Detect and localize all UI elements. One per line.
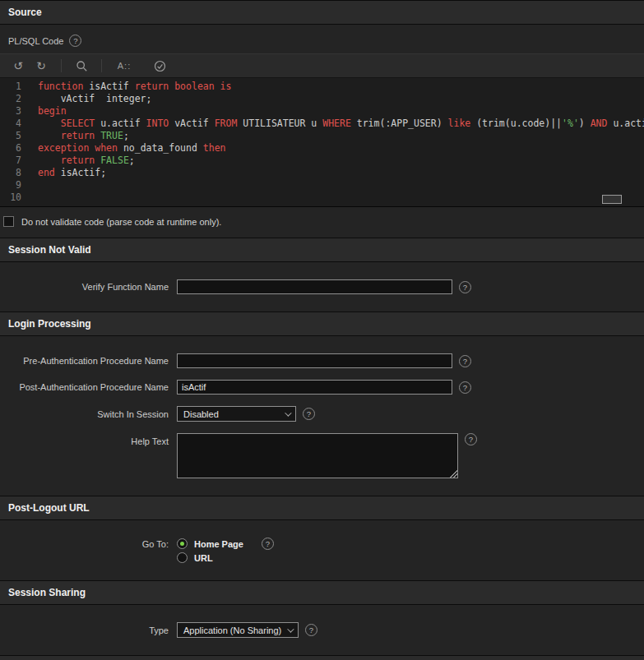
session-not-valid-body: Verify Function Name ?	[0, 262, 644, 312]
url-radio[interactable]	[177, 552, 188, 563]
help-icon[interactable]: ?	[459, 355, 471, 367]
toolbar-separator	[61, 59, 62, 72]
go-to-label: Go To:	[0, 538, 169, 549]
chevron-down-icon	[287, 625, 294, 632]
search-icon	[76, 60, 88, 72]
type-label: Type	[0, 625, 169, 635]
pre-auth-row: Pre-Authentication Procedure Name ?	[0, 353, 644, 368]
pre-auth-input[interactable]	[177, 353, 452, 368]
switch-in-session-select[interactable]: Disabled	[177, 406, 296, 422]
go-to-option-url[interactable]: URL	[177, 552, 274, 563]
plsql-code-label: PL/SQL Code	[8, 36, 63, 46]
section-header-comments: Comments	[0, 655, 644, 660]
code-line	[38, 179, 644, 192]
url-radio-label: URL	[194, 553, 213, 563]
verify-function-name-label: Verify Function Name	[0, 282, 169, 292]
session-sharing-type-value: Application (No Sharing)	[183, 625, 281, 635]
help-icon[interactable]: ?	[305, 624, 317, 636]
post-auth-row: Post-Authentication Procedure Name ?	[0, 380, 644, 395]
switch-in-session-value: Disabled	[183, 409, 219, 419]
line-number: 6	[0, 142, 21, 155]
line-number: 3	[0, 105, 21, 118]
section-title-login-processing: Login Processing	[8, 318, 91, 330]
code-line: function isActif return boolean is	[38, 81, 644, 93]
home-page-radio-label: Home Page	[194, 539, 243, 549]
undo-button[interactable]: ↺	[7, 56, 30, 76]
code-editor-toolbar: ↺ ↻ A::	[0, 53, 644, 78]
line-number: 5	[0, 130, 21, 142]
source-section-body: PL/SQL Code ? ↺ ↻ A::	[0, 25, 644, 238]
session-sharing-type-select[interactable]: Application (No Sharing)	[177, 622, 299, 638]
code-line	[38, 192, 644, 204]
editor-code[interactable]: function isActif return boolean is vActi…	[30, 78, 644, 206]
help-icon[interactable]: ?	[465, 433, 477, 445]
help-text-textarea[interactable]	[177, 433, 458, 478]
help-icon[interactable]: ?	[262, 538, 274, 550]
section-header-post-logout-url: Post-Logout URL	[0, 496, 644, 520]
help-icon[interactable]: ?	[459, 381, 471, 394]
section-header-session-not-valid: Session Not Valid	[0, 238, 644, 262]
post-auth-label: Post-Authentication Procedure Name	[0, 382, 169, 392]
code-line: return TRUE;	[38, 130, 644, 142]
help-text-row: Help Text ?	[0, 433, 644, 478]
code-line: vActif integer;	[38, 93, 644, 105]
undo-icon: ↺	[13, 59, 23, 72]
toolbar-separator	[101, 59, 102, 72]
section-title-session-sharing: Session Sharing	[8, 587, 86, 598]
pre-auth-label: Pre-Authentication Procedure Name	[0, 356, 169, 366]
redo-icon: ↻	[36, 59, 46, 72]
code-line: end isActif;	[38, 167, 644, 179]
chevron-down-icon	[285, 409, 291, 416]
section-header-session-sharing: Session Sharing	[0, 580, 644, 605]
go-to-radio-group: Home Page ? URL	[177, 538, 274, 563]
home-page-radio[interactable]	[177, 538, 188, 549]
session-sharing-body: Type Application (No Sharing) ?	[0, 605, 644, 655]
line-number: 10	[0, 192, 21, 204]
switch-in-session-row: Switch In Session Disabled ?	[0, 406, 644, 422]
line-number: 7	[0, 155, 21, 167]
verify-function-name-row: Verify Function Name ?	[0, 279, 644, 294]
help-icon[interactable]: ?	[69, 35, 81, 47]
plsql-code-label-row: PL/SQL Code ?	[0, 25, 644, 53]
section-title-source: Source	[8, 7, 42, 18]
section-title-post-logout-url: Post-Logout URL	[8, 502, 90, 514]
help-text-label: Help Text	[0, 433, 169, 446]
redo-button[interactable]: ↻	[30, 56, 53, 76]
code-line: begin	[38, 105, 644, 118]
post-auth-input[interactable]	[177, 380, 452, 395]
code-line: SELECT u.actif INTO vActif FROM UTILISAT…	[38, 118, 644, 130]
line-number: 4	[0, 118, 21, 130]
code-line: exception when no_data_found then	[38, 142, 644, 155]
code-editor[interactable]: 12345678910 function isActif return bool…	[0, 78, 644, 207]
page: Source PL/SQL Code ? ↺ ↻ A::	[0, 0, 644, 660]
search-button[interactable]	[70, 56, 93, 76]
type-row: Type Application (No Sharing) ?	[0, 622, 644, 638]
line-number: 2	[0, 93, 21, 105]
editor-resize-handle[interactable]	[602, 195, 622, 204]
go-to-option-home-page[interactable]: Home Page ?	[177, 538, 274, 550]
verify-function-name-input[interactable]	[177, 279, 452, 294]
do-not-validate-label: Do not validate code (parse code at runt…	[21, 217, 221, 227]
login-processing-body: Pre-Authentication Procedure Name ? Post…	[0, 336, 644, 496]
do-not-validate-checkbox[interactable]	[3, 216, 14, 227]
line-number: 8	[0, 167, 21, 179]
code-line: return FALSE;	[38, 155, 644, 167]
go-to-row: Go To: Home Page ? URL	[0, 538, 644, 563]
section-title-session-not-valid: Session Not Valid	[8, 244, 91, 256]
editor-gutter: 12345678910	[0, 78, 30, 206]
switch-in-session-label: Switch In Session	[0, 409, 169, 419]
validate-button[interactable]	[148, 56, 171, 76]
font-size-icon: A::	[118, 61, 131, 71]
validate-code-icon	[154, 60, 166, 72]
section-header-login-processing: Login Processing	[0, 312, 644, 336]
help-icon[interactable]: ?	[303, 408, 315, 420]
line-number: 1	[0, 81, 21, 93]
help-icon[interactable]: ?	[459, 281, 471, 293]
post-logout-body: Go To: Home Page ? URL	[0, 520, 644, 580]
font-size-button[interactable]: A::	[110, 56, 138, 76]
do-not-validate-row: Do not validate code (parse code at runt…	[0, 207, 644, 238]
section-header-source: Source	[0, 0, 644, 25]
line-number: 9	[0, 179, 21, 192]
